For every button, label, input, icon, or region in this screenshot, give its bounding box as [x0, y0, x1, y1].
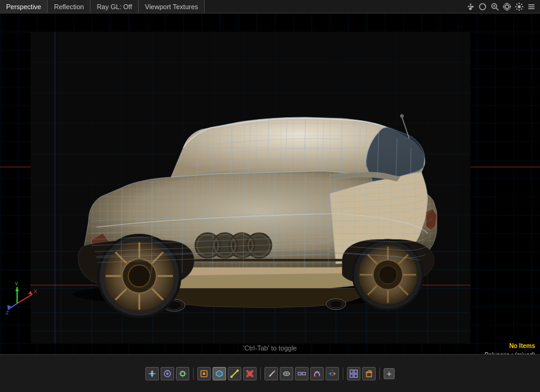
svg-line-2 [496, 8, 498, 10]
tool-mirror[interactable] [326, 367, 339, 380]
axis-indicator: X Y Z [5, 282, 35, 313]
tool-polygon[interactable] [213, 367, 226, 380]
tool-connect[interactable] [295, 367, 308, 380]
tool-extrude[interactable] [362, 367, 376, 380]
svg-rect-7 [506, 2, 508, 4]
separator-4 [379, 368, 380, 380]
ctrl-tab-hint: 'Ctrl-Tab' to toggle [243, 344, 297, 352]
svg-rect-153 [354, 374, 357, 377]
svg-text:Z: Z [5, 310, 9, 316]
zoom-icon[interactable] [490, 2, 500, 12]
tool-point[interactable] [243, 367, 257, 380]
viewport[interactable]: X Y Z [0, 13, 540, 354]
svg-point-119 [166, 372, 169, 375]
svg-point-6 [504, 3, 511, 10]
svg-rect-10 [510, 6, 511, 7]
tab-viewport-textures[interactable]: Viewport Textures [139, 0, 205, 13]
tool-object[interactable] [197, 367, 211, 380]
tool-subdivide[interactable] [347, 367, 360, 380]
svg-rect-120 [181, 372, 184, 376]
svg-text:Y: Y [15, 282, 18, 287]
svg-point-89 [128, 265, 150, 287]
menu-icon[interactable] [527, 2, 536, 12]
svg-rect-154 [367, 372, 371, 377]
rotate-icon[interactable] [478, 2, 487, 12]
tool-knife[interactable] [265, 367, 278, 380]
svg-marker-148 [329, 372, 331, 376]
tab-perspective[interactable]: Perspective [0, 0, 48, 13]
bottom-toolbar: + [0, 354, 540, 392]
svg-point-107 [400, 114, 404, 118]
svg-rect-13 [528, 6, 535, 7]
separator-3 [343, 368, 343, 380]
svg-point-130 [230, 376, 233, 378]
move-icon[interactable] [465, 2, 475, 12]
svg-rect-140 [298, 372, 301, 375]
svg-rect-12 [528, 4, 535, 5]
tool-icons-container: + [0, 367, 540, 380]
svg-point-103 [379, 266, 397, 284]
svg-rect-150 [350, 370, 353, 373]
tab-reflection[interactable]: Reflection [48, 0, 90, 13]
svg-point-133 [246, 370, 249, 372]
top-toolbar: Perspective Reflection Ray GL: Off Viewp… [0, 0, 540, 13]
car-svg [31, 32, 470, 343]
tool-edge[interactable] [228, 367, 241, 380]
gear-icon[interactable] [514, 2, 524, 12]
svg-point-135 [246, 375, 249, 377]
svg-marker-117 [148, 370, 156, 377]
svg-rect-9 [503, 6, 505, 7]
svg-marker-149 [334, 372, 336, 376]
tool-move[interactable] [145, 367, 159, 380]
toolbar-right-icons [465, 2, 540, 12]
svg-point-11 [518, 5, 521, 8]
svg-rect-141 [302, 372, 305, 375]
car-model [31, 32, 470, 343]
svg-text:X: X [34, 288, 37, 294]
tool-loop[interactable] [280, 367, 293, 380]
svg-rect-152 [350, 374, 353, 377]
separator-2 [260, 368, 261, 380]
svg-point-134 [251, 370, 254, 372]
svg-point-136 [251, 375, 254, 377]
svg-marker-109 [28, 291, 32, 294]
svg-line-129 [232, 371, 238, 377]
separator-1 [193, 368, 194, 380]
svg-point-5 [505, 5, 509, 9]
svg-point-131 [236, 369, 239, 372]
svg-rect-151 [354, 370, 357, 373]
svg-marker-112 [15, 287, 19, 291]
tab-raygl[interactable]: Ray GL: Off [90, 0, 139, 13]
no-items-label: No Items [481, 341, 535, 350]
tool-scale[interactable] [176, 367, 189, 380]
svg-rect-8 [506, 9, 508, 10]
svg-point-65 [330, 300, 342, 308]
svg-rect-14 [528, 8, 535, 9]
svg-line-108 [17, 294, 32, 303]
add-tool-button[interactable]: + [384, 368, 395, 379]
svg-rect-126 [203, 372, 205, 375]
tool-magnet[interactable] [310, 367, 324, 380]
tool-rotate[interactable] [161, 367, 174, 380]
settings-icon[interactable] [502, 2, 512, 12]
